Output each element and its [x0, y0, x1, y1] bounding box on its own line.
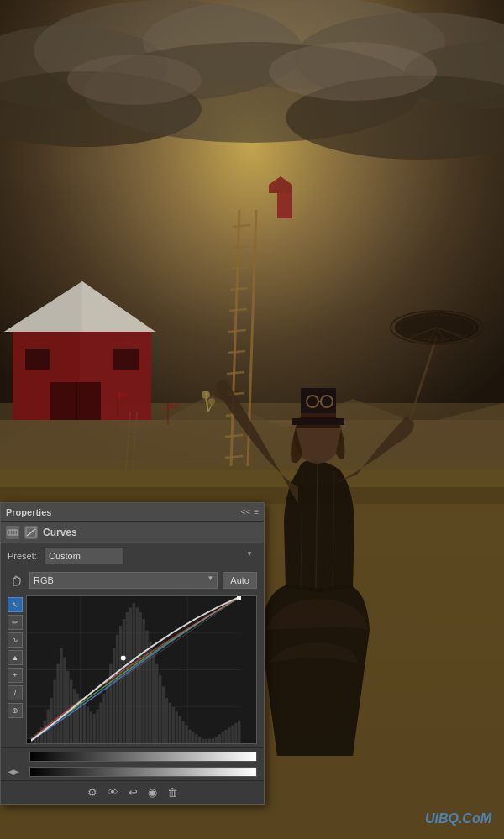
footer-undo-icon[interactable]: ↩ — [129, 786, 138, 799]
footer-visibility-icon[interactable]: 👁 — [108, 786, 118, 799]
panel-titlebar: Properties << ≡ — [1, 503, 264, 522]
curves-icon — [24, 526, 38, 539]
curves-area: ↖ ✏ ∿ ▲ + / ⊕ — [8, 595, 257, 744]
preset-label: Preset: — [8, 551, 39, 561]
svg-rect-64 — [301, 413, 336, 417]
anchor-tool[interactable]: ⊕ — [8, 703, 23, 718]
crosshair-tool[interactable]: + — [8, 668, 23, 683]
curves-graph[interactable] — [26, 595, 257, 744]
sample-tool-icon[interactable] — [8, 574, 24, 587]
midtone-tool[interactable]: ▲ — [8, 650, 23, 665]
preset-select[interactable]: Custom Default Strong Contrast Linear Co… — [45, 548, 123, 564]
panel-menu-btn[interactable]: ≡ — [254, 507, 259, 517]
properties-panel: Properties << ≡ Curves Preset: — [0, 502, 265, 805]
svg-rect-63 — [292, 418, 344, 425]
panel-section-header: Curves — [1, 522, 264, 543]
watermark: UiBQ.CoM — [425, 811, 491, 826]
svg-point-11 — [269, 42, 437, 101]
diagonal-tool[interactable]: / — [8, 685, 23, 700]
svg-point-10 — [67, 55, 202, 105]
pencil-tool[interactable]: ✏ — [8, 615, 23, 630]
output-gradient-row: ◀▶ — [1, 765, 264, 780]
smooth-tool[interactable]: ∿ — [8, 632, 23, 648]
svg-rect-24 — [25, 349, 50, 370]
curves-toolbar: ↖ ✏ ∿ ▲ + / ⊕ — [8, 595, 23, 744]
channel-select[interactable]: RGB Red Green Blue — [29, 572, 218, 589]
output-gradient — [29, 767, 257, 777]
footer-eye-icon[interactable]: ◉ — [148, 786, 157, 799]
preset-row: Preset: Custom Default Strong Contrast L… — [1, 543, 264, 569]
preset-select-wrapper: Custom Default Strong Contrast Linear Co… — [45, 548, 257, 564]
svg-rect-23 — [76, 382, 77, 420]
panel-collapse-btn[interactable]: << — [240, 507, 250, 517]
curves-title: Curves — [43, 527, 77, 538]
panel-title: Properties — [6, 507, 51, 517]
pointer-tool[interactable]: ↖ — [8, 597, 23, 612]
input-gradient — [29, 752, 257, 762]
auto-button[interactable]: Auto — [223, 572, 257, 589]
footer-delete-icon[interactable]: 🗑 — [167, 786, 178, 799]
adjustment-icon — [6, 526, 19, 539]
panel-footer: ⚙ 👁 ↩ ◉ 🗑 — [1, 780, 264, 804]
svg-point-44 — [208, 398, 215, 405]
footer-settings-icon[interactable]: ⚙ — [87, 786, 97, 799]
channel-select-wrapper: RGB Red Green Blue — [29, 572, 218, 589]
channel-row: RGB Red Green Blue Auto — [1, 569, 264, 592]
svg-rect-41 — [277, 193, 292, 218]
panel-bottom-gradients — [1, 747, 264, 765]
svg-rect-25 — [113, 349, 139, 370]
panel-controls: << ≡ — [240, 507, 259, 517]
